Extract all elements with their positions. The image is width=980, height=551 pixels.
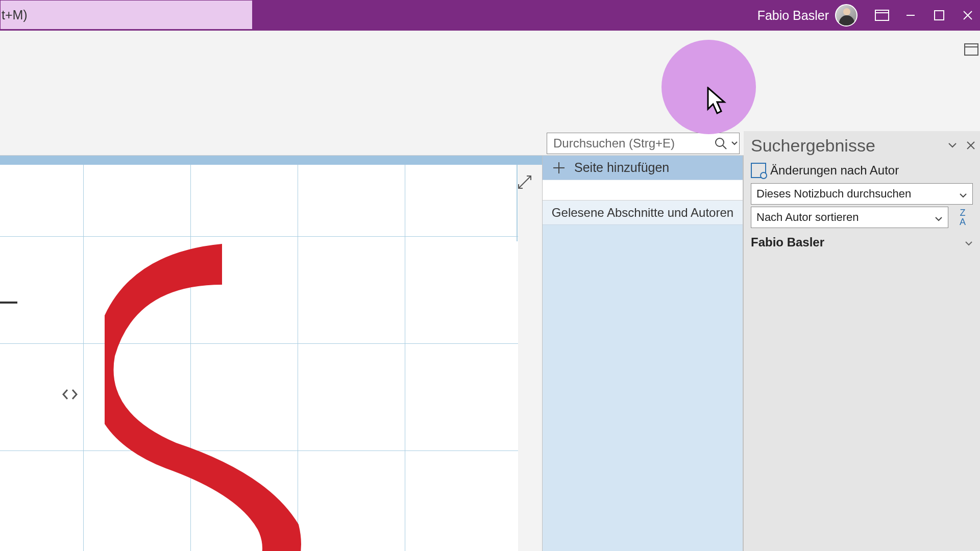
author-name-label: Fabio Basler	[751, 235, 824, 249]
chevron-down-icon	[959, 188, 970, 199]
titlebar-input-fragment[interactable]: t+M)	[0, 0, 253, 30]
maximize-button[interactable]	[925, 0, 953, 31]
search-scope-chevron-icon[interactable]	[730, 133, 739, 154]
user-area[interactable]: Fabio Basler	[757, 4, 857, 27]
svg-rect-6	[965, 44, 978, 55]
note-canvas[interactable]	[0, 165, 518, 551]
changes-by-author-label: Änderungen nach Autor	[770, 163, 899, 178]
page-nav-arrows[interactable]	[61, 389, 79, 400]
svg-rect-0	[875, 10, 889, 20]
sort-row: Nach Autor sortieren Z A	[751, 207, 973, 228]
sort-select[interactable]: Nach Autor sortieren	[751, 207, 948, 228]
author-changes-icon	[751, 163, 766, 178]
add-page-label: Seite hinzufügen	[574, 160, 669, 175]
cursor-pointer-icon	[707, 87, 732, 119]
results-header: Suchergebnisse	[744, 131, 980, 160]
svg-rect-3	[935, 11, 944, 20]
sections-authors-label: Gelesene Abschnitte und Autoren	[552, 206, 733, 220]
chevron-down-icon	[935, 212, 946, 223]
page-list-item[interactable]	[543, 180, 743, 201]
ribbon-display-options-button[interactable]	[868, 0, 896, 31]
collapse-ribbon-icon[interactable]	[964, 42, 980, 58]
scope-select-label: Dieses Notizbuch durchsuchen	[756, 187, 911, 201]
plus-icon	[552, 161, 566, 175]
canvas-edge-mark	[0, 302, 17, 304]
author-result-row[interactable]: Fabio Basler	[751, 235, 973, 249]
canvas-column	[0, 156, 542, 551]
avatar[interactable]	[835, 4, 857, 27]
add-page-button[interactable]: Seite hinzufügen	[543, 156, 743, 180]
search-icon[interactable]	[710, 133, 730, 154]
sort-direction-button[interactable]: Z A	[952, 207, 973, 228]
title-bar: t+M) Fabio Basler	[0, 0, 980, 31]
sections-authors-row[interactable]: Gelesene Abschnitte und Autoren	[543, 201, 743, 225]
minimize-button[interactable]	[896, 0, 925, 31]
svg-line-9	[723, 145, 726, 149]
expand-canvas-icon[interactable]	[517, 174, 533, 192]
nav-right-icon[interactable]	[70, 389, 79, 400]
red-s-drawing	[105, 239, 396, 551]
workspace: Durchsuchen (Strg+E) Seite hinzufügen Ge…	[0, 156, 980, 551]
changes-by-author-row[interactable]: Änderungen nach Autor	[744, 160, 980, 181]
chevron-down-icon	[965, 235, 973, 249]
close-button[interactable]	[953, 0, 980, 31]
results-title: Suchergebnisse	[751, 136, 943, 156]
titlebar-input-text: t+M)	[2, 8, 28, 22]
close-panel-icon[interactable]	[962, 136, 980, 155]
search-placeholder: Durchsuchen (Strg+E)	[547, 136, 710, 151]
search-box[interactable]: Durchsuchen (Strg+E)	[547, 133, 740, 154]
sort-select-label: Nach Autor sortieren	[756, 211, 859, 224]
section-tab-strip[interactable]	[0, 156, 542, 165]
sort-z-label: Z	[960, 208, 966, 217]
nav-left-icon[interactable]	[61, 389, 69, 400]
pages-panel: Durchsuchen (Strg+E) Seite hinzufügen Ge…	[542, 156, 743, 551]
scope-select[interactable]: Dieses Notizbuch durchsuchen	[751, 183, 973, 205]
results-dropdown-icon[interactable]	[943, 136, 962, 155]
sort-a-label: A	[960, 217, 966, 227]
search-results-panel: Suchergebnisse Änderungen nach Autor Die…	[743, 156, 980, 551]
username-label: Fabio Basler	[757, 8, 829, 23]
svg-point-8	[716, 138, 724, 146]
